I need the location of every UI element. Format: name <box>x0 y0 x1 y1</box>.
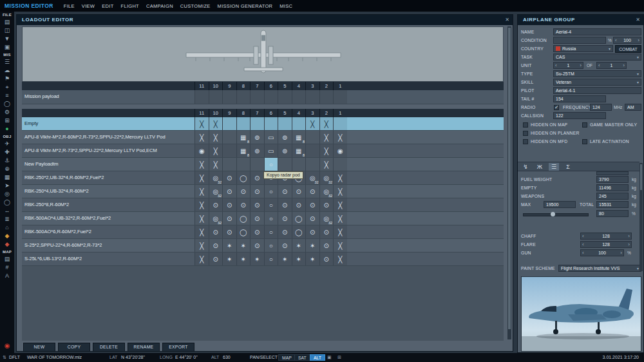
pylon-station[interactable]: ◎32 <box>305 171 319 184</box>
triggers-icon[interactable]: ⚑ <box>0 75 14 83</box>
weather-icon[interactable]: ☁ <box>0 66 14 75</box>
pylon-station[interactable] <box>236 117 251 130</box>
pylon-station[interactable]: ╳ <box>333 185 347 198</box>
loadout-row[interactable]: RBK-250*4,UB-32*4,R-60M*2╳◎32⊙⊙⊙○⊙⊙⊙◎32╳ <box>22 185 504 198</box>
paint-scheme-dropdown[interactable]: Flight Research Institute VVS ▾ <box>558 265 641 272</box>
payload-cell[interactable] <box>319 90 334 104</box>
pylon-station[interactable]: ◎32 <box>319 212 334 225</box>
goals-icon[interactable]: ⌖ <box>0 83 14 91</box>
pylon-station[interactable]: ⊚ <box>250 144 264 157</box>
pylon-station[interactable]: ⊙ <box>222 225 236 238</box>
pylon-station[interactable] <box>222 144 236 157</box>
pylon-station[interactable] <box>278 158 292 171</box>
weapons-weight-field[interactable]: 245 <box>596 193 629 200</box>
bullseye-icon[interactable]: ◎ <box>0 190 14 198</box>
pylon-station[interactable]: ⊙ <box>278 185 292 198</box>
payload-cell[interactable] <box>250 90 264 104</box>
pylon-station[interactable]: ⊙ <box>319 198 334 211</box>
pylon-station[interactable] <box>292 117 306 130</box>
summary-tab-icon[interactable]: Σ <box>563 163 573 171</box>
pylon-station[interactable]: ⊙ <box>236 185 251 198</box>
pylon-station[interactable] <box>250 117 264 130</box>
pylon-station[interactable] <box>333 117 347 130</box>
pylon-station[interactable]: ✶ <box>305 252 319 265</box>
pylon-station[interactable]: ╳ <box>194 252 209 265</box>
group-scrollbar[interactable] <box>639 163 643 271</box>
hidden-on-mfd-checkbox[interactable] <box>523 139 528 144</box>
pylon-station[interactable]: ⊙ <box>278 239 292 252</box>
pylon-station[interactable] <box>250 158 264 171</box>
pylon-station[interactable]: ╳ <box>194 171 209 184</box>
pylon-station[interactable]: ╳ <box>209 144 223 157</box>
save-mission-icon[interactable]: ▼ <box>0 35 14 43</box>
pylon-station[interactable]: ⊙ <box>319 239 334 252</box>
unit-stepper[interactable]: ‹ 1 › <box>553 62 583 69</box>
pylon-station[interactable]: ⊙ <box>319 225 334 238</box>
pylon-station[interactable]: ╳ <box>319 131 334 144</box>
pylon-station[interactable]: ▭ <box>264 131 278 144</box>
loadout-row[interactable]: S-25*2,SPPU-22*4,R-60M*2,R-73*2╳⊙✶✶⊙○⊙✶✶… <box>22 239 504 252</box>
pylon-station[interactable]: ⊙ <box>250 185 264 198</box>
pylon-station[interactable]: ⊙ <box>209 225 223 238</box>
rocket-icon[interactable]: ➤ <box>0 182 14 190</box>
pylon-station[interactable]: ╳ <box>194 212 209 225</box>
pylon-station[interactable]: ⊙ <box>222 212 236 225</box>
total-weight-field[interactable]: 15531 <box>596 201 629 208</box>
pylon-station[interactable]: ⊙ <box>250 171 264 184</box>
clipped-field[interactable] <box>596 171 629 175</box>
payload-cell[interactable] <box>209 90 223 104</box>
menu-item-file[interactable]: FILE <box>64 3 75 9</box>
vehicle-icon[interactable]: ⊕ <box>0 165 14 173</box>
fuel-percent-field[interactable]: 80 <box>596 210 629 217</box>
grid-toggle-icon[interactable]: ⊞ <box>337 353 341 362</box>
pylon-station[interactable]: ⊙ <box>278 225 292 238</box>
grid-icon[interactable]: # <box>0 263 14 272</box>
chaff-stepper[interactable]: ‹ 128 › <box>580 233 632 240</box>
mission-payload-row[interactable]: Mission payload <box>22 90 504 104</box>
pylon-station[interactable]: ⊙ <box>250 212 264 225</box>
pylon-station[interactable]: ⊙ <box>305 198 319 211</box>
pylon-station[interactable]: ⊙ <box>278 198 292 211</box>
loadout-row[interactable]: RBK-250*8,R-60M*2╳⊙⊙⊙⊙○⊙⊙⊙⊙╳ <box>22 198 504 212</box>
pylon-station[interactable]: ⊚ <box>278 144 292 157</box>
pylon-station[interactable] <box>222 131 236 144</box>
pylon-station[interactable]: ✶ <box>236 239 251 252</box>
pylon-station[interactable]: ⊙ <box>209 239 223 252</box>
loadout-export-button[interactable]: EXPORT <box>162 343 194 352</box>
pylon-station[interactable]: ▭ <box>264 144 278 157</box>
ship-icon[interactable]: ⚓ <box>0 157 14 165</box>
pylon-station[interactable]: ⊙ <box>319 252 334 265</box>
screen-icon[interactable]: ▣ <box>327 353 332 362</box>
empty-weight-field[interactable]: 11496 <box>596 184 629 191</box>
menu-item-campaign[interactable]: CAMPAIGN <box>146 3 173 9</box>
tool-mode[interactable]: PAN/SELECT <box>250 353 278 362</box>
generator-icon[interactable]: ⚙ <box>0 108 14 117</box>
pylon-station[interactable]: ⊚ <box>278 131 292 144</box>
pylon-station[interactable] <box>264 117 278 130</box>
spinner-right-icon[interactable]: › <box>628 242 630 247</box>
loadout-new-button[interactable]: NEW <box>23 343 55 352</box>
pylon-station[interactable]: ◯ <box>236 225 251 238</box>
loadout-row[interactable]: RBK-500AO*4,UB-32*2,R-60M*2,Fuel*2╳◎32⊙◯… <box>22 212 504 225</box>
pylon-station[interactable]: ╳ <box>319 158 334 171</box>
scrollbar-thumb[interactable] <box>508 28 511 329</box>
scrollbar-thumb[interactable] <box>640 164 642 190</box>
modulation-dropdown[interactable]: AM <box>625 104 641 111</box>
menu-item-misc[interactable]: MISC <box>279 3 292 9</box>
pylon-station[interactable]: ╳ <box>333 239 347 252</box>
mission-options-icon[interactable]: ☰ <box>0 58 14 66</box>
task-dropdown[interactable]: CAS ▾ <box>553 53 641 61</box>
payload-tab-icon[interactable]: Ж <box>535 163 545 171</box>
pylon-station[interactable]: ▦8 <box>292 144 306 157</box>
pylon-station[interactable]: ╳ <box>333 131 347 144</box>
layers-icon[interactable]: ▤ <box>0 255 14 263</box>
pylon-station[interactable]: ◯ <box>236 212 251 225</box>
pylon-station[interactable]: ╳ <box>194 239 209 252</box>
fuel-weight-field[interactable]: 3790 <box>596 176 629 183</box>
pylon-station[interactable]: ⊙ <box>305 212 319 225</box>
pylon-station[interactable]: ✶ <box>250 252 264 265</box>
pylon-station[interactable]: ⊙ <box>250 239 264 252</box>
loadout-row[interactable]: APU-8 Vikhr-M*2,R-73*2,SPPU-22*2,Mercury… <box>22 144 504 158</box>
pylon-station[interactable]: ⊙ <box>209 252 223 265</box>
loadout-row[interactable]: S-25L*6,UB-13*2,R-60M*2╳⊙✶✶✶○✶✶✶⊙╳ <box>22 252 504 266</box>
